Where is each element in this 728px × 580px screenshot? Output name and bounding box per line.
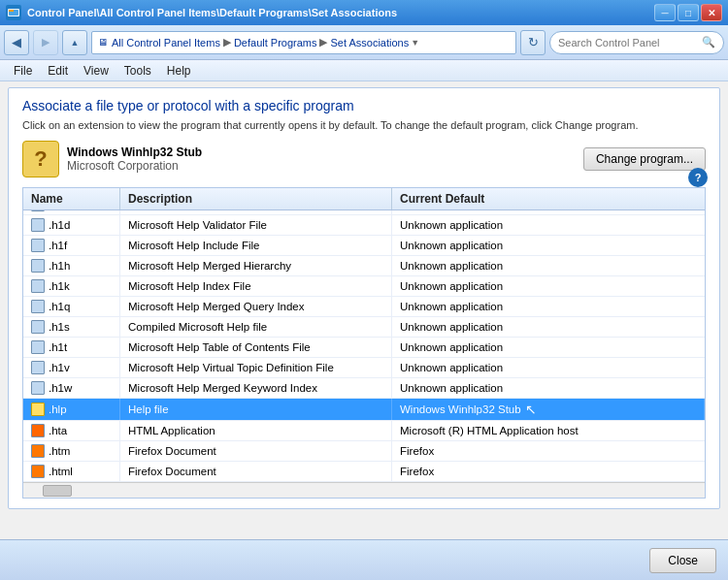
- default-program-text: Unknown application: [400, 362, 503, 373]
- cell-extension: .h1v: [23, 358, 120, 377]
- window-close-button[interactable]: ✕: [701, 4, 722, 21]
- default-program-text: Unknown application: [400, 382, 503, 394]
- table-row[interactable]: .h1wMicrosoft Help Merged Keyword IndexU…: [23, 378, 705, 399]
- file-type-icon: [31, 300, 45, 313]
- table-header: Name Description Current Default: [23, 188, 705, 210]
- extension-text: .h1k: [49, 280, 70, 292]
- title-bar-buttons: ─ □ ✕: [654, 4, 722, 21]
- maximize-button[interactable]: □: [678, 4, 699, 21]
- breadcrumb-3[interactable]: Set Associations: [330, 37, 409, 48]
- table-row[interactable]: .htmFirefox DocumentFirefox: [23, 441, 705, 462]
- cell-default: Unknown application: [392, 297, 705, 316]
- close-button[interactable]: Close: [649, 548, 716, 573]
- extension-text: .hlp: [49, 403, 67, 415]
- program-name: Windows Winhlp32 Stub: [67, 145, 202, 159]
- breadcrumb-1[interactable]: All Control Panel Items: [112, 37, 220, 48]
- title-bar-left: Control Panel\All Control Panel Items\De…: [6, 5, 397, 20]
- cell-default: Unknown application: [392, 358, 705, 377]
- search-icon[interactable]: 🔍: [702, 36, 715, 48]
- cell-default: Unknown application: [392, 317, 705, 337]
- description-text: Click on an extension to view the progra…: [22, 119, 706, 131]
- table-row[interactable]: .h1vMicrosoft Help Virtual Topic Definit…: [23, 358, 705, 378]
- cell-extension: .htm: [23, 441, 120, 461]
- breadcrumb-2[interactable]: Default Programs: [234, 37, 317, 48]
- extension-text: .h1w: [49, 382, 72, 394]
- default-program-text: Firefox: [400, 466, 434, 477]
- table-row[interactable]: .h1qMicrosoft Help Merged Query IndexUnk…: [23, 297, 705, 317]
- file-type-icon: [31, 381, 45, 395]
- horizontal-scrollbar[interactable]: [23, 482, 705, 498]
- cell-description: Firefox Document: [120, 441, 392, 461]
- page-title: Associate a file type or protocol with a…: [22, 98, 706, 113]
- refresh-button[interactable]: ↻: [520, 30, 546, 55]
- cell-extension: .h1s: [23, 317, 120, 337]
- cell-extension: .hta: [23, 421, 120, 440]
- cell-description: Microsoft Help Validator File: [120, 215, 392, 235]
- breadcrumb-icon: 🖥: [98, 37, 108, 48]
- cell-description: Microsoft Help Include File: [120, 236, 392, 255]
- file-type-icon: [31, 218, 45, 232]
- minimize-button[interactable]: ─: [654, 4, 676, 21]
- program-section: ? Windows Winhlp32 Stub Microsoft Corpor…: [22, 141, 706, 177]
- cell-description: Compiled Microsoft Help file: [120, 317, 392, 337]
- table-row[interactable]: .hlpHelp fileWindows Winhlp32 Stub ↖: [23, 399, 705, 421]
- column-header-default[interactable]: Current Default: [392, 188, 705, 209]
- up-button[interactable]: ▲: [62, 30, 87, 55]
- extension-text: .h1s: [49, 321, 70, 333]
- file-type-icon: [31, 320, 45, 334]
- file-type-icon: [31, 210, 45, 211]
- extension-text: .html: [49, 466, 73, 477]
- breadcrumb-bar[interactable]: 🖥 All Control Panel Items ▶ Default Prog…: [91, 31, 516, 54]
- cell-description: Microsoft Help Virtual Topic Definition …: [120, 358, 392, 377]
- default-program-text: Unknown application: [400, 321, 503, 333]
- help-icon-area: ?: [688, 168, 708, 187]
- menu-edit[interactable]: Edit: [40, 62, 76, 80]
- forward-button[interactable]: ▶: [33, 30, 58, 55]
- column-header-description[interactable]: Description: [120, 188, 392, 209]
- table-row[interactable]: .h1dMicrosoft Help Validator FileUnknown…: [23, 215, 705, 236]
- cell-extension: .h1k: [23, 276, 120, 296]
- file-type-icon: [31, 424, 45, 437]
- default-program-text: Unknown application: [400, 240, 503, 251]
- cell-description: Microsoft Help Merged Hierarchy: [120, 256, 392, 275]
- file-type-icon: [31, 279, 45, 293]
- search-bar: 🔍: [549, 31, 724, 54]
- cell-extension: .hlp: [23, 399, 120, 420]
- breadcrumb-sep-2: ▶: [319, 36, 327, 48]
- default-program-text: Unknown application: [400, 341, 503, 353]
- cell-description: HTML Application: [120, 421, 392, 440]
- table-row[interactable]: .h1sCompiled Microsoft Help fileUnknown …: [23, 317, 705, 338]
- bottom-bar: Close: [0, 539, 728, 580]
- table-row[interactable]: .h1hMicrosoft Help Merged HierarchyUnkno…: [23, 256, 705, 276]
- file-type-icon: [31, 361, 45, 374]
- cell-default: Microsoft (R) HTML Application host: [392, 421, 705, 440]
- breadcrumb-dropdown-arrow[interactable]: ▼: [411, 38, 419, 48]
- default-program-text: Unknown application: [400, 301, 503, 312]
- cell-extension: .h1f: [23, 236, 120, 255]
- menu-help[interactable]: Help: [159, 62, 199, 80]
- cell-default: Unknown application: [392, 215, 705, 235]
- cell-description: Microsoft Help Table of Contents File: [120, 338, 392, 357]
- table-row[interactable]: .htmlFirefox DocumentFirefox: [23, 462, 705, 482]
- cell-default: Unknown application: [392, 236, 705, 255]
- search-input[interactable]: [558, 37, 702, 48]
- cell-extension: .h1c: [23, 210, 120, 214]
- menu-file[interactable]: File: [6, 62, 40, 80]
- table-row[interactable]: .h1kMicrosoft Help Index FileUnknown app…: [23, 276, 705, 297]
- back-button[interactable]: ◀: [4, 30, 29, 55]
- title-bar-icon: [6, 5, 21, 20]
- file-type-icon: [31, 403, 45, 416]
- help-button[interactable]: ?: [688, 168, 708, 187]
- program-company: Microsoft Corporation: [67, 159, 202, 173]
- table-row[interactable]: .h1fMicrosoft Help Include FileUnknown a…: [23, 236, 705, 256]
- table-row[interactable]: .h1tMicrosoft Help Table of Contents Fil…: [23, 338, 705, 358]
- program-icon: ?: [22, 141, 59, 177]
- cell-default: Unknown application: [392, 256, 705, 275]
- cell-default: Windows Winhlp32 Stub ↖: [392, 399, 705, 420]
- menu-view[interactable]: View: [76, 62, 116, 80]
- cursor-indicator: ↖: [525, 402, 537, 417]
- table-row[interactable]: .htaHTML ApplicationMicrosoft (R) HTML A…: [23, 421, 705, 441]
- cell-extension: .h1t: [23, 338, 120, 357]
- menu-tools[interactable]: Tools: [116, 62, 159, 80]
- column-header-name[interactable]: Name: [23, 188, 120, 209]
